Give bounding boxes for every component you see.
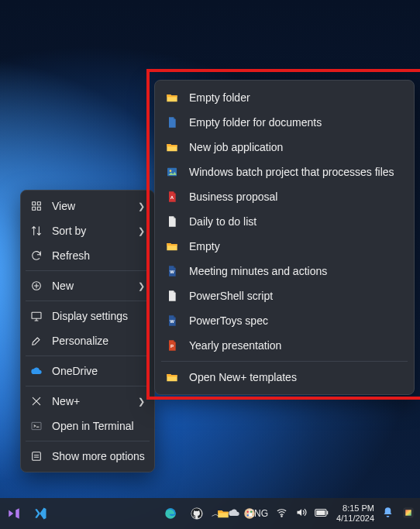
github-icon[interactable] bbox=[186, 503, 208, 524]
ctx-separator bbox=[26, 441, 150, 441]
grid-icon bbox=[30, 200, 43, 212]
volume-icon[interactable] bbox=[295, 507, 307, 520]
ctx-item-label: Show more options bbox=[52, 450, 145, 462]
cloud-icon bbox=[30, 365, 43, 377]
text-icon bbox=[166, 215, 178, 228]
newplus-icon bbox=[30, 395, 43, 407]
folder-icon bbox=[166, 240, 178, 252]
newplus-item-powershell-script[interactable]: PowerShell script bbox=[155, 283, 414, 308]
battery-icon[interactable] bbox=[315, 508, 329, 520]
newplus-item-label: Empty folder bbox=[189, 91, 250, 104]
svg-point-21 bbox=[281, 516, 282, 517]
copilot-icon[interactable] bbox=[401, 506, 415, 522]
taskbar-left-group bbox=[3, 503, 51, 524]
ctx-item-label: New bbox=[52, 280, 74, 292]
plus-icon bbox=[30, 280, 43, 292]
sort-icon bbox=[30, 225, 43, 237]
newplus-item-label: Meeting minutes and actions bbox=[189, 265, 327, 277]
taskbar: ︿ ENG 8:15 PM 4/11/2024 bbox=[0, 498, 420, 529]
notifications-icon[interactable] bbox=[382, 507, 394, 520]
newplus-item-business-proposal[interactable]: ABusiness proposal bbox=[155, 184, 414, 209]
ctx-item-label: Personalize bbox=[52, 335, 108, 347]
svg-rect-5 bbox=[32, 312, 41, 318]
ctx-onedrive[interactable]: OneDrive bbox=[21, 359, 154, 383]
ctx-item-label: Display settings bbox=[52, 310, 128, 322]
folder-icon bbox=[166, 91, 178, 104]
newplus-item-meeting-minutes-and-actions[interactable]: WMeeting minutes and actions bbox=[155, 259, 414, 283]
newplus-item-label: Yearly presentation bbox=[189, 339, 281, 352]
svg-rect-0 bbox=[33, 202, 36, 205]
newplus-item-new-job-application[interactable]: New job application bbox=[155, 135, 414, 160]
taskbar-clock[interactable]: 8:15 PM 4/11/2024 bbox=[336, 503, 374, 524]
svg-point-9 bbox=[170, 170, 172, 172]
doc-blue-icon bbox=[166, 116, 178, 129]
svg-text:P: P bbox=[170, 344, 174, 349]
vscode-icon[interactable] bbox=[29, 503, 51, 524]
svg-rect-23 bbox=[316, 510, 325, 515]
newplus-item-empty[interactable]: Empty bbox=[155, 234, 414, 259]
svg-rect-6 bbox=[32, 422, 41, 429]
pdf-icon: A bbox=[166, 191, 178, 203]
newplus-item-empty-folder-for-documents[interactable]: Empty folder for documents bbox=[155, 110, 414, 135]
newplus-item-powertoys-spec[interactable]: WPowerToys spec bbox=[155, 308, 414, 333]
ctx-separator bbox=[26, 356, 150, 356]
weather-icon[interactable] bbox=[228, 507, 240, 521]
clock-date: 4/11/2024 bbox=[336, 514, 374, 524]
language-indicator[interactable]: ENG bbox=[248, 508, 268, 519]
refresh-icon bbox=[30, 249, 43, 262]
newplus-footer-label: Open New+ templates bbox=[189, 371, 297, 383]
newplus-item-yearly-presentation[interactable]: PYearly presentation bbox=[155, 333, 414, 358]
newplus-item-empty-folder[interactable]: Empty folder bbox=[155, 85, 414, 110]
vs-icon[interactable] bbox=[3, 503, 25, 524]
terminal-icon bbox=[30, 420, 43, 432]
taskbar-tray: ︿ ENG 8:15 PM 4/11/2024 bbox=[212, 503, 415, 524]
ctx-view[interactable]: View❯ bbox=[21, 194, 154, 218]
newplus-item-label: Windows batch project that processes fil… bbox=[189, 166, 394, 178]
ctx-item-label: Open in Terminal bbox=[52, 420, 134, 432]
newplus-item-label: PowerShell script bbox=[189, 290, 273, 302]
ctx-item-label: Refresh bbox=[52, 249, 90, 262]
chevron-right-icon: ❯ bbox=[138, 397, 145, 407]
ctx-personalize[interactable]: Personalize bbox=[21, 328, 154, 353]
ctx-show-more-options[interactable]: Show more options bbox=[21, 444, 154, 469]
newplus-submenu: Empty folderEmpty folder for documentsNe… bbox=[154, 80, 415, 395]
newplus-item-label: New job application bbox=[189, 141, 283, 153]
display-icon bbox=[30, 310, 43, 322]
clock-time: 8:15 PM bbox=[343, 503, 374, 514]
ctx-separator bbox=[26, 270, 150, 271]
ctx-separator bbox=[26, 301, 150, 301]
ctx-new-[interactable]: New+❯ bbox=[21, 389, 154, 414]
svg-rect-1 bbox=[37, 202, 40, 205]
ctx-item-label: OneDrive bbox=[52, 365, 98, 377]
ctx-open-in-terminal[interactable]: Open in Terminal bbox=[21, 414, 154, 438]
newplus-item-daily-to-do-list[interactable]: Daily to do list bbox=[155, 209, 414, 234]
ctx-refresh[interactable]: Refresh bbox=[21, 243, 154, 268]
wifi-icon[interactable] bbox=[276, 507, 287, 520]
newplus-open-templates[interactable]: Open New+ templates bbox=[155, 365, 414, 390]
ctx-sort-by[interactable]: Sort by❯ bbox=[21, 218, 154, 243]
edge-icon[interactable] bbox=[160, 503, 181, 524]
newplus-item-windows-batch-project-that-processes-files[interactable]: Windows batch project that processes fil… bbox=[155, 160, 414, 184]
ctx-item-label: New+ bbox=[52, 395, 80, 407]
more-icon bbox=[30, 450, 43, 462]
ctx-separator bbox=[26, 386, 150, 386]
newplus-item-label: Empty bbox=[189, 240, 220, 252]
newplus-item-label: Daily to do list bbox=[189, 215, 256, 228]
newplus-item-label: PowerToys spec bbox=[189, 314, 268, 327]
newplus-item-label: Empty folder for documents bbox=[189, 116, 322, 129]
chevron-right-icon: ❯ bbox=[138, 201, 145, 211]
ctx-item-label: Sort by bbox=[52, 225, 86, 237]
ctx-new[interactable]: New❯ bbox=[21, 273, 154, 298]
submenu-separator bbox=[161, 361, 408, 362]
svg-rect-7 bbox=[33, 452, 41, 461]
ctx-item-label: View bbox=[52, 200, 75, 212]
word-icon: W bbox=[166, 265, 178, 277]
tray-chevron-icon[interactable]: ︿ bbox=[212, 508, 220, 520]
svg-text:A: A bbox=[170, 195, 174, 200]
chevron-right-icon: ❯ bbox=[138, 281, 145, 291]
svg-rect-2 bbox=[33, 207, 36, 210]
picture-icon bbox=[166, 166, 178, 178]
folder-icon bbox=[166, 371, 178, 383]
ctx-display-settings[interactable]: Display settings bbox=[21, 304, 154, 328]
desktop-context-menu: View❯Sort by❯RefreshNew❯Display settings… bbox=[20, 190, 155, 472]
